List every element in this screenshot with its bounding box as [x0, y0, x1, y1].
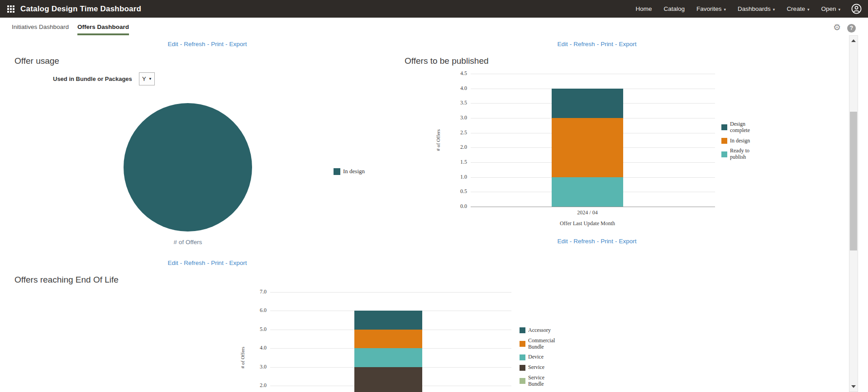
nav-item-open[interactable]: Open▾ — [821, 5, 840, 12]
gridline-0.0 — [471, 207, 715, 207]
chevron-down-icon: ▾ — [773, 7, 775, 12]
refresh-link[interactable]: Refresh — [573, 41, 595, 47]
y-tick-label-4.0: 4.0 — [244, 345, 267, 351]
help-icon[interactable]: ? — [847, 24, 856, 33]
refresh-link[interactable]: Refresh — [573, 238, 595, 245]
legend-item-design-complete: Design complete — [721, 121, 759, 134]
legend-label-device: Device — [528, 354, 557, 360]
scroll-down-arrow-icon[interactable] — [851, 385, 856, 388]
app-window: Catalog Design Time Dashboard HomeCatalo… — [0, 0, 868, 392]
legend-swatch-service-bundle — [520, 378, 525, 384]
legend-item-device: Device — [520, 354, 557, 360]
scrollbar-thumb[interactable] — [850, 112, 857, 250]
nav-item-favorites[interactable]: Favorites▾ — [696, 5, 726, 12]
export-link[interactable]: Export — [229, 260, 247, 266]
nav-item-catalog[interactable]: Catalog — [663, 5, 685, 12]
legend-label-ready-to-publish: Ready to publish — [730, 148, 759, 161]
gridline-7.0 — [270, 292, 511, 293]
print-link[interactable]: Print — [601, 41, 613, 47]
export-link[interactable]: Export — [619, 41, 636, 47]
y-tick-label-3.0: 3.0 — [244, 364, 267, 370]
link-separator: - — [570, 238, 572, 245]
edit-link[interactable]: Edit — [558, 41, 568, 47]
bar-segment-design-complete[interactable] — [552, 89, 623, 118]
section-title-offer-usage: Offer usage — [14, 56, 59, 66]
legend-swatch-in-design — [721, 138, 727, 144]
chevron-down-icon: ▾ — [807, 7, 810, 12]
chart-legend: AccessoryCommercial BundleDeviceServiceS… — [520, 327, 557, 387]
legend-item-accessory: Accessory — [520, 327, 557, 334]
export-link[interactable]: Export — [619, 238, 636, 245]
bundle-filter-label: Used in Bundle or Packages — [53, 76, 132, 82]
legend-swatch-device — [520, 354, 525, 360]
bar-segment-service[interactable] — [354, 367, 422, 392]
settings-gear-icon[interactable]: ⚙ — [833, 22, 841, 32]
pie-footer-label: # of Offers — [143, 239, 233, 246]
legend-swatch-ready-to-publish — [721, 151, 727, 157]
chevron-down-icon: ▼ — [148, 77, 152, 81]
vertical-scrollbar[interactable] — [849, 35, 858, 392]
y-tick-label-3.0: 3.0 — [444, 114, 467, 121]
link-separator: - — [207, 260, 210, 266]
action-links-offer-usage-top: Edit-Refresh-Print-Export — [167, 41, 248, 47]
link-separator: - — [207, 41, 210, 47]
print-link[interactable]: Print — [211, 41, 224, 47]
app-title: Catalog Design Time Dashboard — [20, 5, 141, 14]
link-separator: - — [225, 41, 228, 47]
export-link[interactable]: Export — [229, 41, 247, 47]
nav-item-create[interactable]: Create▾ — [787, 5, 809, 12]
y-tick-label-0.5: 0.5 — [444, 188, 467, 195]
tab-bar: Initiatives DashboardOffers Dashboard — [0, 18, 868, 36]
bar-segment-in-design[interactable] — [552, 118, 623, 177]
tab-offers-dashboard[interactable]: Offers Dashboard — [77, 19, 129, 35]
offer-usage-pie-slice-in-design[interactable] — [124, 103, 252, 231]
y-tick-label-2.5: 2.5 — [444, 129, 467, 136]
link-separator: - — [615, 41, 617, 47]
x-axis-title: Offer Last Update Month — [538, 220, 637, 227]
edit-link[interactable]: Edit — [168, 41, 178, 47]
scroll-up-arrow-icon[interactable] — [851, 39, 856, 42]
edit-link[interactable]: Edit — [558, 238, 568, 245]
link-separator: - — [180, 41, 182, 47]
link-separator: - — [570, 41, 572, 47]
section-title-offers-reaching-eol: Offers reaching End Of Life — [14, 275, 119, 285]
top-nav: HomeCatalogFavorites▾Dashboards▾Create▾O… — [635, 5, 840, 12]
gridline-4.5 — [471, 74, 715, 74]
bundle-filter-dropdown[interactable]: Y ▼ — [139, 72, 155, 85]
bar-segment-ready-to-publish[interactable] — [552, 177, 623, 207]
bar-segment-accessory[interactable] — [354, 311, 422, 329]
bundle-filter-value: Y — [142, 76, 146, 82]
legend-swatch-design-complete — [721, 124, 727, 130]
user-avatar-icon[interactable] — [851, 4, 862, 14]
refresh-link[interactable]: Refresh — [184, 260, 205, 266]
edit-link[interactable]: Edit — [168, 260, 178, 266]
y-axis-title: # of Offers — [435, 111, 441, 170]
legend-swatch-in-design — [334, 168, 340, 175]
nav-item-home[interactable]: Home — [635, 5, 652, 12]
legend-swatch-commercial-bundle — [520, 341, 525, 347]
y-tick-label-7.0: 7.0 — [244, 288, 267, 295]
app-grid-icon[interactable] — [7, 5, 14, 13]
legend-item-commercial-bundle: Commercial Bundle — [520, 338, 557, 350]
y-tick-label-6.0: 6.0 — [244, 307, 267, 314]
bar-segment-device[interactable] — [354, 348, 422, 367]
y-tick-label-2.0: 2.0 — [244, 382, 267, 389]
action-links-offer-usage-bottom: Edit-Refresh-Print-Export — [167, 260, 248, 266]
tab-initiatives-dashboard[interactable]: Initiatives Dashboard — [12, 19, 69, 35]
y-tick-label-0.0: 0.0 — [444, 203, 467, 210]
print-link[interactable]: Print — [211, 260, 224, 266]
legend-label-service-bundle: Service Bundle — [528, 375, 557, 387]
bar-segment-commercial-bundle[interactable] — [354, 330, 422, 348]
legend-item-service-bundle: Service Bundle — [520, 375, 557, 387]
print-link[interactable]: Print — [601, 238, 613, 245]
legend-label-accessory: Accessory — [528, 327, 557, 334]
y-tick-label-4.0: 4.0 — [444, 85, 467, 92]
pie-legend: In design — [334, 168, 365, 175]
legend-label-in-design: In design — [730, 138, 759, 144]
nav-item-dashboards[interactable]: Dashboards▾ — [738, 5, 775, 12]
section-title-offers-to-be-published: Offers to be published — [405, 56, 489, 66]
y-tick-label-2.0: 2.0 — [444, 144, 467, 151]
refresh-link[interactable]: Refresh — [184, 41, 205, 47]
legend-label-design-complete: Design complete — [730, 121, 759, 134]
legend-swatch-service — [520, 365, 525, 371]
